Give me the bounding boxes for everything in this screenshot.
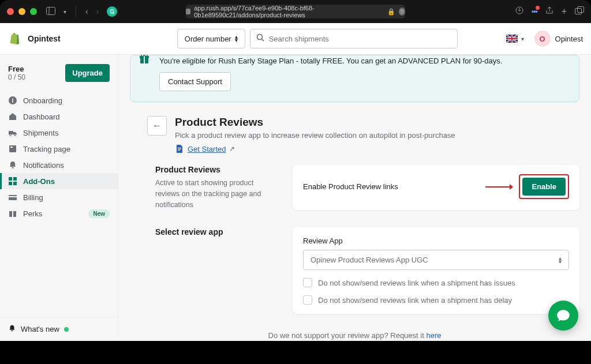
sidebar-item-addons[interactable]: Add-Ons [0,173,118,189]
truck-icon [8,128,17,137]
checkbox-issues[interactable] [303,278,312,287]
sidebar-item-shipments[interactable]: Shipments [0,125,118,141]
get-started-link[interactable]: Get Started [188,145,226,153]
enable-label: Enable Product Review links [303,182,398,191]
toolbar-left: ▾ ‹ › G [46,6,117,17]
share-icon[interactable] [545,6,553,17]
main-content: You're eligible for Rush Early Stage Pla… [118,55,591,341]
whats-new-button[interactable]: What's new [0,317,118,341]
svg-rect-14 [10,147,13,148]
upgrade-button[interactable]: Upgrade [65,64,110,82]
svg-rect-10 [9,131,13,134]
svg-rect-4 [578,7,584,13]
review-app-select[interactable]: Opinew Product Reviews App UGC ▴▾ [303,250,569,270]
user-name-label: Opintest [555,35,583,43]
back-button[interactable]: ← [147,116,167,136]
sort-icon: ▴▾ [235,35,238,42]
grammarly-icon[interactable]: G [107,6,117,17]
toolbar-right: ••• + [515,6,584,17]
search-icon [256,33,264,44]
svg-text:i: i [12,97,14,104]
gift-icon [139,55,150,67]
user-menu[interactable]: O Opintest [534,31,583,47]
tabs-icon[interactable] [575,6,584,17]
svg-rect-19 [9,195,17,200]
sidebar-item-notifications[interactable]: Notifications [0,157,118,173]
svg-rect-23 [12,211,13,217]
url-text: app.rush.app/s/77ca7ee9-e90b-408c-bf68-0… [194,5,383,18]
sidebar-item-onboarding[interactable]: i Onboarding [0,92,118,108]
sidebar-item-perks[interactable]: Perks New [0,205,118,222]
svg-rect-13 [9,145,16,152]
home-icon [8,112,17,121]
svg-rect-31 [178,150,180,151]
plan-info: Free 0 / 50 [8,65,25,81]
enable-button[interactable]: Enable [522,178,566,196]
section-desc-product-reviews: Active to start showing product reviews … [155,178,276,210]
svg-rect-3 [575,9,582,14]
section-title-select-app: Select review app [155,227,276,237]
chevron-down-icon[interactable]: ▾ [63,9,66,15]
svg-point-28 [145,55,147,57]
traffic-lights [7,8,37,15]
addons-icon [8,177,17,186]
lock-icon: 🔒 [387,8,395,16]
order-number-dropdown[interactable]: Order number ▴▾ [177,29,245,48]
page-icon [8,144,17,153]
sort-icon: ▴▾ [559,257,562,264]
svg-rect-15 [9,177,12,181]
new-tab-icon[interactable]: + [562,6,567,17]
gift-icon [8,209,17,218]
svg-point-12 [14,134,16,136]
enable-card: Enable Product Review links Enable [293,165,579,210]
svg-point-27 [141,55,144,57]
uk-flag-icon [506,35,518,43]
page-title: Product Reviews [175,116,455,129]
favicon [186,9,190,14]
sidebar-item-dashboard[interactable]: Dashboard [0,108,118,125]
store-name: Opintest [28,34,61,43]
forward-icon[interactable]: › [96,7,99,16]
checkbox-issues-label: Do not show/send reviews link when a shi… [318,279,515,287]
back-icon[interactable]: ‹ [85,7,88,16]
annotation-arrow-icon [484,182,513,192]
close-window-button[interactable] [7,8,14,15]
document-icon [175,144,184,153]
sidebar-toggle-icon[interactable] [46,7,55,17]
chat-fab[interactable] [548,301,578,331]
annotation-highlight: Enable [519,174,569,199]
onepassword-icon[interactable]: ••• [532,7,537,16]
reader-icon[interactable]: ☰ [399,7,405,16]
avatar: O [534,31,551,47]
notification-dot-icon [64,327,69,332]
bell-icon [8,160,17,170]
external-link-icon: ↗ [229,145,235,153]
new-badge: New [88,209,110,218]
shopify-logo-icon [8,32,21,45]
checkbox-delay[interactable] [303,295,312,305]
maximize-window-button[interactable] [30,8,37,15]
browser-chrome: ▾ ‹ › G app.rush.app/s/77ca7ee9-e90b-408… [0,0,591,23]
search-input[interactable] [269,35,451,43]
svg-rect-30 [178,149,181,149]
svg-rect-20 [9,196,17,197]
address-bar[interactable]: app.rush.app/s/77ca7ee9-e90b-408c-bf68-0… [186,5,405,18]
language-selector[interactable]: ▾ [506,35,524,43]
early-stage-banner: You're eligible for Rush Early Stage Pla… [130,55,579,102]
svg-rect-0 [47,7,55,14]
svg-point-5 [257,35,262,40]
sidebar-item-tracking-page[interactable]: Tracking page [0,141,118,157]
request-app-link[interactable]: here [426,331,441,340]
contact-support-button[interactable]: Contact Support [159,72,231,91]
minimize-window-button[interactable] [18,8,25,15]
info-icon: i [8,96,17,105]
svg-line-6 [262,39,264,41]
sidebar-item-billing[interactable]: Billing [0,189,118,205]
banner-text: You're eligible for Rush Early Stage Pla… [159,57,566,65]
search-shipments[interactable] [250,29,458,48]
download-icon[interactable] [515,6,523,17]
svg-rect-16 [13,177,17,181]
request-app-text: Do we not support your review app? Reque… [130,331,579,340]
section-title-product-reviews: Product Reviews [155,165,276,174]
app-header: Opintest Order number ▴▾ [0,23,591,55]
